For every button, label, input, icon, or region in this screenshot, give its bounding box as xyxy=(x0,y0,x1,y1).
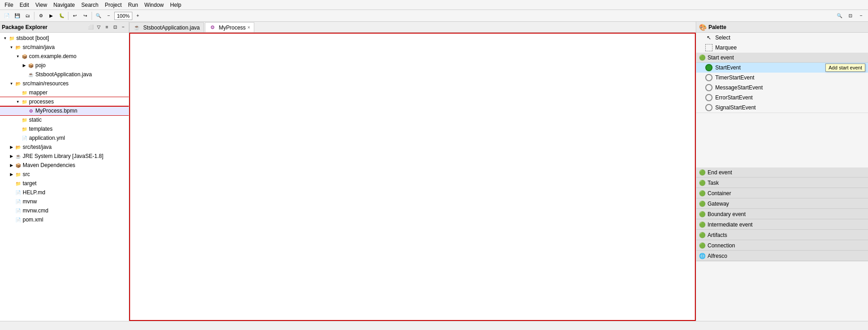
palette-content: ↖ Select Marquee 🟢 Start event StartEven… xyxy=(696,33,868,321)
tree-item-target[interactable]: ▾ 📁 target xyxy=(0,179,129,188)
palette-section-header-alfresco[interactable]: 🌐 Alfresco xyxy=(696,251,868,261)
toolbar-sep-3 xyxy=(92,12,92,20)
tree-toggle-jre-system[interactable]: ▶ xyxy=(8,153,15,159)
menu-file[interactable]: File xyxy=(2,1,16,9)
palette-section-header-end-event[interactable]: 🟢 End event xyxy=(696,167,868,177)
tree-item-application-yml[interactable]: ▾ 📄 application.yml xyxy=(0,133,129,143)
palette-item-ErrorStartEvent[interactable]: ErrorStartEvent xyxy=(696,93,868,103)
palette-tooltip-start-event: Add start event xyxy=(825,64,865,72)
tree-label-pojo: pojo xyxy=(35,62,46,69)
tab-close-myprocess[interactable]: × xyxy=(247,25,250,30)
tree-toggle-src-main-java[interactable]: ▾ xyxy=(8,44,15,50)
tree-label-src-main-resources: src/main/resources xyxy=(23,80,68,87)
palette-section-header-artifacts[interactable]: 🟢 Artifacts xyxy=(696,230,868,240)
tree-toggle-maven-deps[interactable]: ▶ xyxy=(8,162,15,168)
tree-toggle-src-test-java[interactable]: ▶ xyxy=(8,144,15,150)
panel-collapse-btn[interactable]: ▽ xyxy=(95,24,102,31)
tree-toggle-src[interactable]: ▶ xyxy=(8,171,15,177)
toolbar-btn5[interactable]: ↩ xyxy=(70,11,80,20)
tree-label-maven-deps: Maven Dependencies xyxy=(23,162,75,168)
menu-edit[interactable]: Edit xyxy=(17,1,32,9)
toolbar-maximize[interactable]: ⊡ xyxy=(845,11,855,20)
tab-stsboot-app[interactable]: ☕ StsbootApplication.java xyxy=(129,22,204,32)
tree-item-stsbootapp[interactable]: ▶ ☕ StsbootApplication.java xyxy=(0,70,129,79)
toolbar-minimize[interactable]: − xyxy=(856,11,866,20)
tree-toggle-processes[interactable]: ▾ xyxy=(15,99,21,105)
tree-icon-processes: 📁 xyxy=(21,98,28,105)
palette-section-label-connection: Connection xyxy=(708,242,735,249)
menu-help[interactable]: Help xyxy=(167,1,184,9)
toolbar-save[interactable]: 💾 xyxy=(12,11,22,20)
tree-item-mvnw-cmd[interactable]: ▾ 📄 mvnw.cmd xyxy=(0,206,129,215)
palette-section-label-gateway: Gateway xyxy=(708,201,729,207)
palette-section-header-container[interactable]: 🟢 Container xyxy=(696,188,868,198)
tree-item-com-example-demo[interactable]: ▾ 📦 com.example.demo xyxy=(0,52,129,61)
palette-section-header-task[interactable]: 🟢 Task xyxy=(696,178,868,188)
toolbar-btn2[interactable]: ⚙ xyxy=(36,11,46,20)
palette-section-header-boundary-event[interactable]: 🟢 Boundary event xyxy=(696,209,868,219)
palette-item-TimerStartEvent[interactable]: TimerStartEvent xyxy=(696,73,868,83)
tree-item-pom-xml[interactable]: ▾ 📄 pom.xml xyxy=(0,215,129,224)
panel-sync-btn[interactable]: ⬜ xyxy=(87,24,94,31)
panel-header: Package Explorer ⬜ ▽ ≡ ⊡ − xyxy=(0,22,129,33)
tree-item-help-md[interactable]: ▾ 📄 HELP.md xyxy=(0,188,129,197)
panel-menu-btn[interactable]: ≡ xyxy=(103,24,111,31)
tree-icon-pom-xml: 📄 xyxy=(15,216,22,223)
tree-item-jre-system[interactable]: ▶ ☕ JRE System Library [JavaSE-1.8] xyxy=(0,152,129,161)
palette-item-StartEvent[interactable]: StartEvent Add start event xyxy=(696,63,868,73)
toolbar-btn6[interactable]: ↪ xyxy=(80,11,90,20)
toolbar-zoom-in[interactable]: + xyxy=(133,11,143,20)
tree-label-jre-system: JRE System Library [JavaSE-1.8] xyxy=(23,153,103,159)
tree-item-templates[interactable]: ▾ 📁 templates xyxy=(0,124,129,133)
palette-section-header-connection[interactable]: 🟢 Connection xyxy=(696,241,868,251)
palette-item-marquee[interactable]: Marquee xyxy=(696,43,868,53)
editor-area[interactable] xyxy=(129,33,696,321)
toolbar-zoom-out[interactable]: − xyxy=(104,11,114,20)
zoom-level-input[interactable] xyxy=(114,12,132,20)
menu-navigate[interactable]: Navigate xyxy=(51,1,78,9)
panel-close-btn[interactable]: − xyxy=(120,24,127,31)
toolbar-new[interactable]: 📄 xyxy=(2,11,12,20)
tree-toggle-com-example-demo[interactable]: ▾ xyxy=(15,53,21,59)
tree-item-stsboot[interactable]: ▾ 📁 stsboot [boot] xyxy=(0,34,129,43)
toolbar-btn3[interactable]: ▶ xyxy=(46,11,56,20)
tree-item-processes[interactable]: ▾ 📁 processes xyxy=(0,97,129,106)
tree-item-myprocess-bpmn[interactable]: ▾ ⚙ MyProcess.bpmn xyxy=(0,106,129,115)
palette-label-ErrorStartEvent: ErrorStartEvent xyxy=(715,94,753,101)
package-explorer-panel: Package Explorer ⬜ ▽ ≡ ⊡ − ▾ 📁 stsboot [… xyxy=(0,22,129,321)
palette-section-header-start-event[interactable]: 🟢 Start event xyxy=(696,53,868,63)
tree-item-src[interactable]: ▶ 📁 src xyxy=(0,170,129,179)
menu-view[interactable]: View xyxy=(33,1,50,9)
tree-item-maven-deps[interactable]: ▶ 📦 Maven Dependencies xyxy=(0,161,129,170)
tree-toggle-pojo[interactable]: ▶ xyxy=(21,62,27,69)
tree-item-mapper[interactable]: ▾ 📁 mapper xyxy=(0,88,129,97)
tree-item-mvnw[interactable]: ▾ 📄 mvnw xyxy=(0,197,129,206)
tree-item-src-main-java[interactable]: ▾ 📂 src/main/java xyxy=(0,43,129,52)
panel-max-btn[interactable]: ⊡ xyxy=(112,24,119,31)
menu-window[interactable]: Window xyxy=(142,1,167,9)
palette-item-select[interactable]: ↖ Select xyxy=(696,33,868,43)
palette-item-SignalStartEvent[interactable]: SignalStartEvent xyxy=(696,103,868,113)
tree-item-src-main-resources[interactable]: ▾ 📂 src/main/resources xyxy=(0,79,129,88)
tree-icon-stsboot: 📁 xyxy=(8,34,15,42)
tree-label-mvnw-cmd: mvnw.cmd xyxy=(23,207,48,214)
palette-section-header-intermediate-event[interactable]: 🟢 Intermediate event xyxy=(696,220,868,230)
tree-item-src-test-java[interactable]: ▶ 📂 src/test/java xyxy=(0,143,129,152)
tree-item-static[interactable]: ▾ 📁 static xyxy=(0,115,129,124)
palette-section-label-end-event: End event xyxy=(708,169,732,176)
tree-toggle-src-main-resources[interactable]: ▾ xyxy=(8,80,15,87)
menu-run[interactable]: Run xyxy=(126,1,141,9)
toolbar-save-all[interactable]: 🗂 xyxy=(23,11,33,20)
palette-item-MessageStartEvent[interactable]: MessageStartEvent xyxy=(696,83,868,93)
menu-search[interactable]: Search xyxy=(78,1,101,9)
toolbar-search-btn[interactable]: 🔍 xyxy=(834,11,844,20)
menu-project[interactable]: Project xyxy=(102,1,124,9)
toolbar-btn4[interactable]: 🐛 xyxy=(57,11,67,20)
tree-toggle-stsboot[interactable]: ▾ xyxy=(2,35,8,41)
toolbar-btn7[interactable]: 🔍 xyxy=(93,11,103,20)
tree-label-stsboot: stsboot [boot] xyxy=(16,35,49,41)
palette-label-select: Select xyxy=(715,34,730,41)
tree-item-pojo[interactable]: ▶ 📦 pojo xyxy=(0,61,129,70)
tab-myprocess[interactable]: ⚙ MyProcess × xyxy=(205,22,254,32)
palette-section-header-gateway[interactable]: 🟢 Gateway xyxy=(696,199,868,209)
